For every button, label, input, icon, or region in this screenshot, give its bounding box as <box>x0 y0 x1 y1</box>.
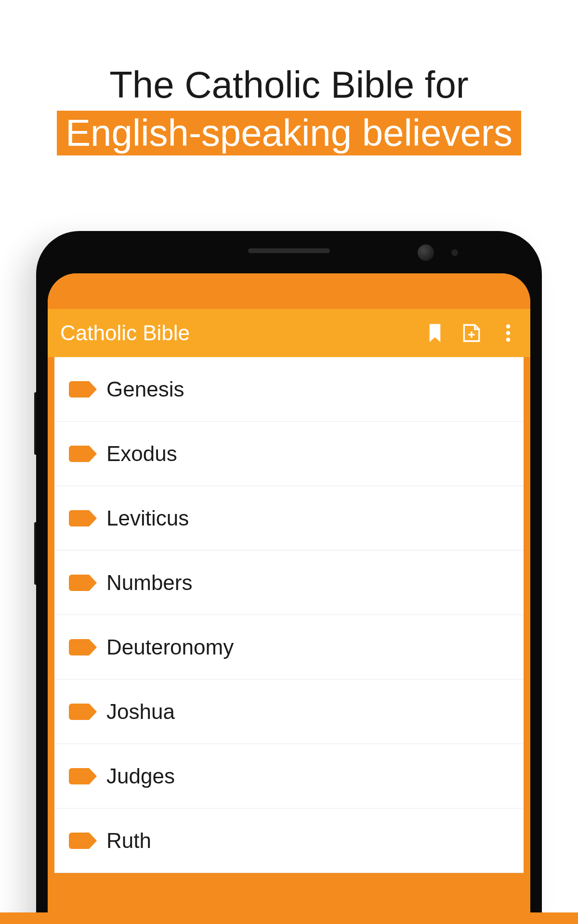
headline-line2-highlight: English-speaking believers <box>57 111 521 156</box>
svg-point-2 <box>506 338 510 342</box>
book-name: Ruth <box>106 829 151 853</box>
tag-icon <box>69 575 89 591</box>
more-menu-button[interactable] <box>499 323 518 343</box>
list-item[interactable]: Joshua <box>54 680 524 744</box>
bottom-accent-bar <box>0 912 578 924</box>
list-item[interactable]: Judges <box>54 744 524 808</box>
book-name: Numbers <box>106 571 193 595</box>
phone-frame: Catholic Bible <box>36 231 542 924</box>
phone-mockup: Catholic Bible <box>36 231 542 924</box>
tag-icon <box>69 704 89 720</box>
book-name: Genesis <box>106 377 184 401</box>
list-item[interactable]: Deuteronomy <box>54 615 524 680</box>
bookmark-button[interactable] <box>425 323 445 343</box>
bookmark-icon <box>428 324 442 342</box>
list-item[interactable]: Numbers <box>54 551 524 615</box>
headline-line1: The Catholic Bible for <box>0 63 578 108</box>
phone-sensor <box>451 249 458 256</box>
tag-icon <box>69 381 89 398</box>
list-item[interactable]: Exodus <box>54 422 524 486</box>
phone-speaker <box>248 248 330 253</box>
list-item[interactable]: Ruth <box>54 808 524 873</box>
phone-screen: Catholic Bible <box>48 273 530 924</box>
phone-camera <box>418 244 434 261</box>
svg-point-0 <box>506 324 510 328</box>
status-bar <box>48 273 530 309</box>
book-name: Leviticus <box>106 506 189 530</box>
more-vert-icon <box>506 324 511 342</box>
book-name: Exodus <box>106 442 177 466</box>
book-name: Joshua <box>106 700 175 724</box>
tag-icon <box>69 446 89 462</box>
book-name: Judges <box>106 764 175 788</box>
tag-icon <box>69 510 89 526</box>
list-item[interactable]: Leviticus <box>54 486 524 551</box>
app-title: Catholic Bible <box>60 321 425 345</box>
marketing-headline: The Catholic Bible for English-speaking … <box>0 0 578 155</box>
note-plus-icon <box>463 324 480 342</box>
tag-icon <box>69 639 89 655</box>
book-name: Deuteronomy <box>106 635 234 659</box>
tag-icon <box>69 833 89 849</box>
svg-point-1 <box>506 331 510 335</box>
book-list: Genesis Exodus Leviticus Numbers Deutero… <box>48 357 530 873</box>
app-bar-actions <box>425 323 518 343</box>
phone-notch <box>48 244 530 273</box>
add-note-button[interactable] <box>462 323 481 343</box>
app-bar: Catholic Bible <box>48 309 530 357</box>
tag-icon <box>69 768 89 784</box>
list-item[interactable]: Genesis <box>54 357 524 422</box>
